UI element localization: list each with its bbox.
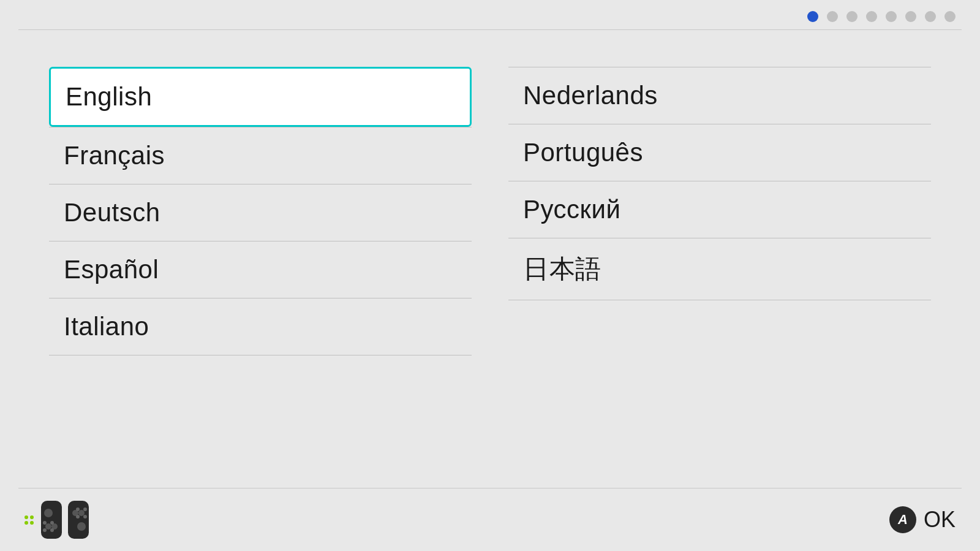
language-label-russian: Русский	[523, 195, 620, 224]
bottom-bar: A OK	[0, 488, 980, 551]
ok-label: OK	[924, 507, 956, 533]
language-column-left: English Français Deutsch Español Italian…	[49, 67, 472, 355]
svg-point-11	[78, 510, 85, 516]
language-label-english: English	[66, 82, 152, 111]
top-bar	[0, 0, 980, 29]
svg-point-14	[76, 515, 80, 519]
language-item-espanol[interactable]: Español	[49, 241, 472, 298]
language-item-portugues[interactable]: Português	[508, 124, 931, 181]
switch-dot-1	[24, 515, 28, 519]
svg-point-13	[83, 507, 87, 511]
a-button: A	[889, 506, 916, 533]
joycon-right-svg	[67, 500, 90, 540]
joycon-icon	[40, 500, 90, 540]
svg-point-5	[50, 521, 54, 525]
svg-point-3	[45, 523, 51, 530]
svg-point-12	[76, 507, 80, 511]
language-label-espanol: Español	[64, 255, 159, 284]
svg-point-1	[44, 509, 53, 517]
dot-2	[827, 11, 838, 22]
dot-1	[807, 11, 818, 22]
switch-dot-4	[30, 521, 34, 525]
dot-7	[925, 11, 936, 22]
language-item-english[interactable]: English	[49, 67, 472, 127]
dot-5	[886, 11, 897, 22]
language-label-italiano: Italiano	[64, 312, 149, 341]
switch-dot-2	[30, 515, 34, 519]
language-item-italiano[interactable]: Italiano	[49, 298, 472, 355]
dot-3	[846, 11, 858, 22]
language-label-japanese: 日本語	[523, 254, 601, 283]
dot-8	[944, 11, 956, 22]
language-item-deutsch[interactable]: Deutsch	[49, 184, 472, 241]
language-label-nederlands: Nederlands	[523, 81, 658, 110]
bottom-content: A OK	[0, 488, 980, 551]
svg-point-4	[43, 521, 47, 525]
language-column-right: Nederlands Português Русский 日本語	[508, 67, 931, 355]
ok-button[interactable]: A OK	[889, 506, 956, 533]
joycon-left-svg	[40, 500, 63, 540]
language-item-francais[interactable]: Français	[49, 127, 472, 184]
a-button-label: A	[898, 512, 908, 528]
dot-6	[905, 11, 916, 22]
language-label-portugues: Português	[523, 138, 643, 167]
language-item-japanese[interactable]: 日本語	[508, 238, 931, 300]
svg-rect-0	[41, 501, 62, 539]
svg-rect-8	[68, 501, 89, 539]
language-item-nederlands[interactable]: Nederlands	[508, 67, 931, 124]
svg-point-15	[83, 515, 87, 519]
language-selection-content: English Français Deutsch Español Italian…	[0, 30, 980, 355]
language-label-francais: Français	[64, 141, 165, 170]
progress-dots	[807, 11, 956, 22]
svg-point-6	[43, 528, 47, 532]
divider-italiano-end	[49, 355, 472, 355]
divider-japanese-end	[508, 300, 931, 300]
language-item-russian[interactable]: Русский	[508, 181, 931, 238]
switch-dot-3	[24, 521, 28, 525]
nintendo-switch-icon	[24, 500, 90, 540]
svg-point-9	[77, 522, 86, 531]
svg-point-7	[50, 528, 54, 532]
switch-dots	[24, 515, 34, 525]
language-label-deutsch: Deutsch	[64, 198, 160, 227]
dot-4	[866, 11, 877, 22]
